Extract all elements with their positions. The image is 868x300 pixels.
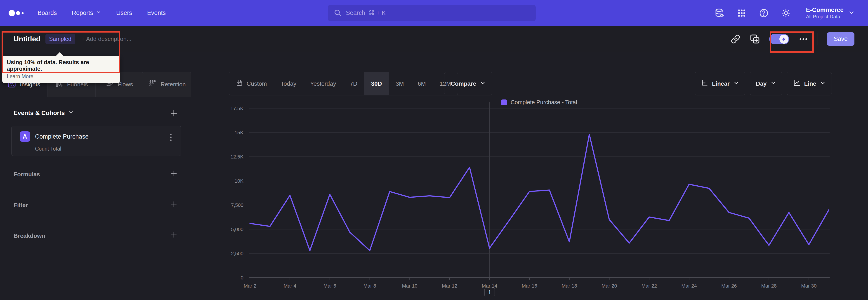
- calendar-icon: [236, 79, 243, 88]
- global-search[interactable]: [328, 5, 536, 21]
- event-metric[interactable]: Count Total: [35, 146, 61, 152]
- chart-panel: Custom Today Yesterday 7D 30D 3M 6M 12M …: [191, 52, 868, 300]
- chart-toolbar: Custom Today Yesterday 7D 30D 3M 6M 12M …: [191, 72, 868, 97]
- nav-item-boards[interactable]: Boards: [37, 9, 57, 17]
- divider: [817, 33, 818, 45]
- svg-text:Mar 12: Mar 12: [442, 283, 457, 289]
- linear-axis-icon: [701, 79, 708, 88]
- chart-type-dropdown[interactable]: Line: [787, 72, 832, 95]
- svg-text:Mar 4: Mar 4: [283, 283, 296, 289]
- compare-button[interactable]: Compare: [444, 72, 492, 95]
- range-yesterday[interactable]: Yesterday: [303, 72, 343, 95]
- range-7d[interactable]: 7D: [343, 72, 364, 95]
- svg-text:0: 0: [241, 275, 243, 280]
- svg-text:Mar 10: Mar 10: [402, 283, 417, 289]
- series-letter-badge: A: [20, 131, 30, 142]
- svg-text:Mar 6: Mar 6: [323, 283, 336, 289]
- svg-text:Mar 28: Mar 28: [761, 283, 777, 289]
- event-menu-icon[interactable]: [167, 133, 175, 142]
- search-input[interactable]: [345, 9, 530, 17]
- line-chart[interactable]: 02,5005,0007,50010K12.5K15K17.5KMar 2Mar…: [191, 97, 868, 300]
- date-range-group: Custom Today Yesterday 7D 30D 3M 6M 12M: [229, 72, 458, 95]
- pagination-page[interactable]: 1: [485, 288, 495, 297]
- svg-text:Mar 22: Mar 22: [642, 283, 657, 289]
- nav-item-users[interactable]: Users: [116, 9, 132, 17]
- add-formula-button[interactable]: [169, 169, 178, 178]
- tab-label: Flows: [118, 81, 133, 88]
- nav-item-reports[interactable]: Reports: [72, 9, 101, 17]
- range-custom[interactable]: Custom: [229, 72, 274, 95]
- add-breakdown-button[interactable]: [169, 230, 178, 239]
- project-scope: All Project Data: [806, 14, 844, 20]
- chevron-down-icon: [68, 110, 74, 117]
- sampling-tooltip: Using 10% of data. Results are approxima…: [2, 56, 120, 83]
- svg-text:Mar 24: Mar 24: [681, 283, 697, 289]
- app-window: Boards Reports Users Events: [0, 0, 868, 300]
- svg-text:5,000: 5,000: [231, 227, 243, 232]
- formulas-section-label: Formulas: [13, 171, 40, 178]
- svg-text:17.5K: 17.5K: [230, 106, 244, 111]
- project-name: E-Commerce: [806, 6, 844, 13]
- nav-right-cluster: E-Commerce All Project Data: [715, 0, 855, 26]
- breakdown-section-label: Breakdown: [13, 232, 45, 239]
- range-30d[interactable]: 30D: [364, 72, 389, 95]
- svg-text:7,500: 7,500: [231, 202, 243, 208]
- tab-retention[interactable]: Retention: [143, 72, 191, 97]
- view-options-group: Linear Day: [694, 72, 832, 95]
- settings-gear-icon[interactable]: [781, 8, 791, 18]
- range-3m[interactable]: 3M: [389, 72, 411, 95]
- lightning-bolt-icon: [779, 35, 788, 43]
- chevron-down-icon: [820, 80, 826, 88]
- range-today[interactable]: Today: [274, 72, 303, 95]
- legend-swatch: [501, 99, 507, 106]
- tooltip-text: Using 10% of data. Results are approxima…: [7, 59, 115, 72]
- svg-text:Mar 26: Mar 26: [721, 283, 737, 289]
- svg-text:Mar 16: Mar 16: [522, 283, 537, 289]
- more-options-icon[interactable]: [798, 34, 809, 44]
- add-description[interactable]: + Add description...: [81, 35, 131, 42]
- filter-section-label: Filter: [13, 202, 28, 209]
- events-cohorts-header[interactable]: Events & Cohorts: [13, 110, 74, 117]
- svg-text:Mar 2: Mar 2: [244, 283, 256, 289]
- save-button[interactable]: Save: [827, 32, 855, 46]
- chevron-down-icon: [480, 80, 486, 88]
- add-event-button[interactable]: [169, 109, 178, 118]
- chart-legend[interactable]: Complete Purchase - Total: [501, 99, 577, 106]
- nav-item-events[interactable]: Events: [147, 9, 166, 17]
- copy-link-icon[interactable]: [730, 34, 741, 44]
- chevron-down-icon: [770, 80, 776, 88]
- svg-text:Mar 20: Mar 20: [601, 283, 617, 289]
- tab-label: Retention: [160, 81, 186, 88]
- project-selector[interactable]: E-Commerce All Project Data: [806, 6, 855, 20]
- add-filter-button[interactable]: [169, 200, 178, 209]
- scale-dropdown[interactable]: Linear: [694, 72, 745, 95]
- svg-text:10K: 10K: [235, 178, 243, 184]
- line-chart-icon: [793, 79, 801, 88]
- svg-text:2,500: 2,500: [231, 251, 243, 257]
- event-card[interactable]: A Complete Purchase Count Total: [11, 126, 181, 156]
- data-management-icon[interactable]: [715, 8, 724, 18]
- range-6m[interactable]: 6M: [411, 72, 433, 95]
- chevron-down-icon: [848, 9, 855, 17]
- retention-icon: [148, 79, 157, 90]
- mixpanel-logo-icon[interactable]: [8, 7, 26, 19]
- sampled-badge[interactable]: Sampled: [45, 34, 75, 44]
- svg-text:Mar 8: Mar 8: [364, 283, 376, 289]
- granularity-dropdown[interactable]: Day: [750, 72, 782, 95]
- svg-text:Mar 18: Mar 18: [562, 283, 577, 289]
- report-actions: Save: [730, 26, 855, 52]
- chevron-down-icon: [96, 9, 101, 17]
- chart-region: Complete Purchase - Total 02,5005,0007,5…: [191, 97, 868, 300]
- nav-items: Boards Reports Users Events: [37, 9, 166, 17]
- report-title[interactable]: Untitled: [13, 35, 40, 43]
- svg-text:12.5K: 12.5K: [230, 154, 244, 160]
- svg-text:Mar 30: Mar 30: [801, 283, 816, 289]
- learn-more-link[interactable]: Learn More: [7, 73, 33, 80]
- legend-label: Complete Purchase - Total: [510, 99, 577, 106]
- apps-grid-icon[interactable]: [737, 8, 747, 18]
- help-icon[interactable]: [759, 8, 769, 18]
- add-to-board-icon[interactable]: [750, 34, 760, 44]
- svg-text:15K: 15K: [235, 130, 243, 136]
- sampling-toggle[interactable]: [769, 34, 789, 44]
- search-icon: [334, 9, 341, 18]
